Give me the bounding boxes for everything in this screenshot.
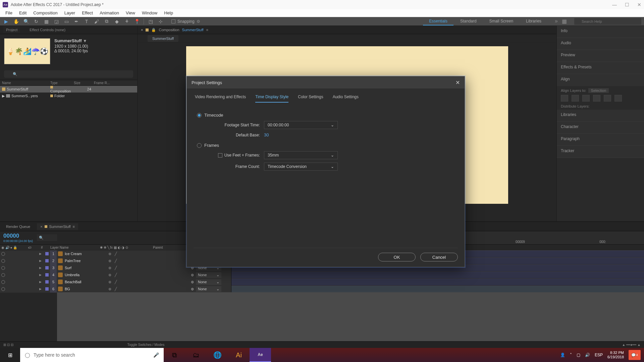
minimize-icon[interactable]: — bbox=[612, 2, 617, 7]
dialog-tab-color-settings[interactable]: Color Settings bbox=[298, 95, 323, 103]
effect-controls-tab[interactable]: Effect Controls (none) bbox=[27, 26, 68, 33]
rotation-tool-icon[interactable]: ↻ bbox=[33, 18, 40, 25]
render-queue-tab[interactable]: Render Queue bbox=[6, 225, 30, 229]
libraries-panel-header[interactable]: Libraries bbox=[557, 110, 644, 122]
default-base-value[interactable]: 30 bbox=[264, 132, 269, 137]
feet-frames-checkbox[interactable] bbox=[218, 153, 222, 158]
project-search-input[interactable] bbox=[4, 70, 133, 78]
anchor-icon[interactable]: ⊹ bbox=[157, 18, 164, 25]
workspace-tab-libraries[interactable]: Libraries bbox=[520, 17, 547, 25]
frame-count-dropdown[interactable]: Timecode Conversion⌄ bbox=[264, 163, 338, 171]
shape-tool-icon[interactable]: ▭ bbox=[63, 18, 70, 25]
mesh-icon[interactable]: ◳ bbox=[147, 18, 154, 25]
hand-tool-icon[interactable]: ✋ bbox=[13, 18, 19, 25]
dialog-tab-time-display-style[interactable]: Time Display Style bbox=[255, 95, 288, 103]
workspace-tab-essentials[interactable]: Essentials bbox=[423, 17, 453, 25]
align-left-icon[interactable] bbox=[561, 95, 568, 102]
effects-presets-panel-header[interactable]: Effects & Presets bbox=[557, 62, 644, 74]
timeline-search-input[interactable] bbox=[37, 234, 57, 241]
toggle-switches-button[interactable]: Toggle Switches / Modes bbox=[127, 343, 165, 347]
menu-window[interactable]: Window bbox=[139, 10, 161, 15]
current-timecode[interactable]: 00000 bbox=[3, 233, 33, 239]
tracker-panel-header[interactable]: Tracker bbox=[557, 146, 644, 158]
align-right-icon[interactable] bbox=[582, 95, 590, 102]
pen-tool-icon[interactable]: ✒ bbox=[73, 18, 80, 25]
battery-icon[interactable]: ▢ bbox=[577, 353, 580, 357]
align-to-dropdown[interactable]: Selection bbox=[588, 88, 609, 93]
comp-tab-name[interactable]: SummerStuff bbox=[182, 28, 204, 32]
dialog-close-icon[interactable]: ✕ bbox=[455, 79, 460, 86]
menu-help[interactable]: Help bbox=[161, 10, 176, 15]
menu-view[interactable]: View bbox=[122, 10, 139, 15]
menu-edit[interactable]: Edit bbox=[16, 10, 30, 15]
layer-row[interactable]: ▶4Umbrella⊕╱⊚None⌄ bbox=[0, 271, 644, 278]
col-name[interactable]: Name bbox=[0, 81, 50, 85]
feet-frames-dropdown[interactable]: 35mm⌄ bbox=[264, 151, 338, 159]
footage-start-dropdown[interactable]: 00:00:00:00⌄ bbox=[264, 121, 338, 129]
project-item[interactable]: SummerStuffComposition24 bbox=[0, 86, 137, 93]
action-center-icon[interactable]: 💬4 bbox=[629, 350, 641, 360]
align-vcenter-icon[interactable] bbox=[604, 95, 611, 102]
frames-radio[interactable] bbox=[197, 143, 202, 148]
align-top-icon[interactable] bbox=[593, 95, 600, 102]
brush-tool-icon[interactable]: 🖌 bbox=[93, 18, 100, 25]
preview-panel-header[interactable]: Preview bbox=[557, 50, 644, 62]
align-panel-header[interactable]: Align bbox=[557, 74, 644, 86]
ok-button[interactable]: OK bbox=[378, 253, 416, 261]
roto-tool-icon[interactable]: ⚘ bbox=[123, 18, 130, 25]
comp-breadcrumb[interactable]: SummerStuff bbox=[148, 35, 178, 42]
snap-options-icon[interactable]: ⚙ bbox=[197, 19, 200, 24]
help-search-input[interactable] bbox=[574, 18, 641, 25]
task-view-icon[interactable]: ⧉ bbox=[164, 348, 185, 362]
selection-tool-icon[interactable]: ▶ bbox=[3, 18, 9, 25]
language-indicator[interactable]: ESP bbox=[595, 353, 603, 357]
audio-panel-header[interactable]: Audio bbox=[557, 38, 644, 50]
menu-file[interactable]: File bbox=[2, 10, 16, 15]
workspace-tab-standard[interactable]: Standard bbox=[454, 17, 483, 25]
menu-animation[interactable]: Animation bbox=[96, 10, 122, 15]
layer-row[interactable]: ▶5BeachBall⊕╱⊚None⌄ bbox=[0, 278, 644, 285]
dialog-tab-audio-settings[interactable]: Audio Settings bbox=[333, 95, 359, 103]
tray-chevron-icon[interactable]: ˄ bbox=[570, 353, 572, 357]
expand-icon[interactable]: ⊞ ⊡ ⊟ bbox=[3, 343, 13, 347]
file-explorer-icon[interactable]: 🗂 bbox=[185, 348, 207, 362]
close-icon[interactable]: ✕ bbox=[637, 2, 641, 7]
workspace-more-icon[interactable]: » bbox=[555, 18, 558, 24]
menu-effect[interactable]: Effect bbox=[78, 10, 96, 15]
puppet-tool-icon[interactable]: 📍 bbox=[133, 18, 140, 25]
people-icon[interactable]: 👤 bbox=[560, 353, 565, 357]
cancel-button[interactable]: Cancel bbox=[420, 253, 458, 261]
character-panel-header[interactable]: Character bbox=[557, 122, 644, 134]
maximize-icon[interactable]: ☐ bbox=[625, 2, 629, 7]
project-tab[interactable]: Project bbox=[3, 26, 20, 33]
col-size[interactable]: Size bbox=[74, 81, 94, 85]
volume-icon[interactable]: 🔊 bbox=[585, 353, 590, 357]
layer-row[interactable]: ▶6BG⊕╱⊚None⌄ bbox=[0, 285, 644, 292]
after-effects-taskbar-icon[interactable]: Ae bbox=[250, 348, 271, 362]
mic-icon[interactable]: 🎤 bbox=[153, 352, 159, 358]
system-clock[interactable]: 8:32 PM6/19/2018 bbox=[607, 351, 624, 359]
snapping-checkbox[interactable] bbox=[171, 19, 175, 23]
eraser-tool-icon[interactable]: ◆ bbox=[113, 18, 120, 25]
info-panel-header[interactable]: Info bbox=[557, 26, 644, 38]
align-bottom-icon[interactable] bbox=[614, 95, 622, 102]
pan-behind-tool-icon[interactable]: ◲ bbox=[53, 18, 60, 25]
clone-tool-icon[interactable]: ⧉ bbox=[103, 18, 110, 25]
illustrator-icon[interactable]: Ai bbox=[228, 348, 250, 362]
align-hcenter-icon[interactable] bbox=[572, 95, 579, 102]
col-framerate[interactable]: Frame R... bbox=[94, 81, 137, 85]
camera-tool-icon[interactable]: ▦ bbox=[43, 18, 50, 25]
taskbar-search[interactable]: ◯ Type here to search 🎤 bbox=[20, 348, 164, 362]
dialog-tab-video-rendering-and-effects[interactable]: Video Rendering and Effects bbox=[195, 95, 246, 103]
zoom-tool-icon[interactable]: 🔍 bbox=[23, 18, 30, 25]
start-button[interactable]: ⊞ bbox=[0, 348, 20, 362]
menu-layer[interactable]: Layer bbox=[61, 10, 79, 15]
project-item[interactable]: ▶ SummerS...yersFolder bbox=[0, 93, 137, 99]
workspace-tab-small-screen[interactable]: Small Screen bbox=[483, 17, 519, 25]
col-type[interactable]: Type bbox=[50, 81, 74, 85]
type-tool-icon[interactable]: T bbox=[83, 18, 90, 25]
timeline-comp-tab[interactable]: × SummerStuff ≡ bbox=[37, 223, 78, 230]
paragraph-panel-header[interactable]: Paragraph bbox=[557, 134, 644, 146]
timecode-radio[interactable] bbox=[197, 113, 202, 118]
workspace-reset-icon[interactable]: ▦ bbox=[562, 18, 567, 24]
